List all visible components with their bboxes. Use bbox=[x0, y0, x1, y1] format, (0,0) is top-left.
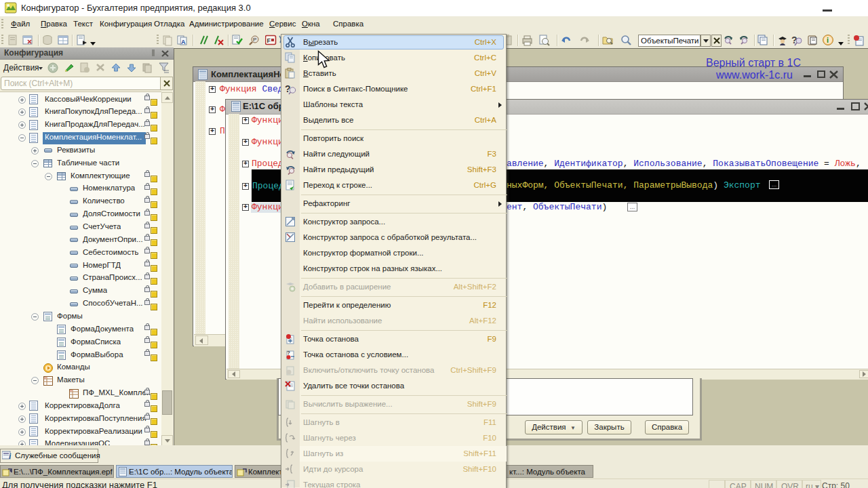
svg-text:?: ? bbox=[287, 350, 290, 356]
svg-text:F: F bbox=[267, 37, 271, 44]
svg-text:i: i bbox=[827, 36, 829, 44]
svg-text:i: i bbox=[9, 452, 12, 460]
svg-text:A: A bbox=[181, 39, 186, 45]
svg-text:P: P bbox=[253, 37, 256, 43]
